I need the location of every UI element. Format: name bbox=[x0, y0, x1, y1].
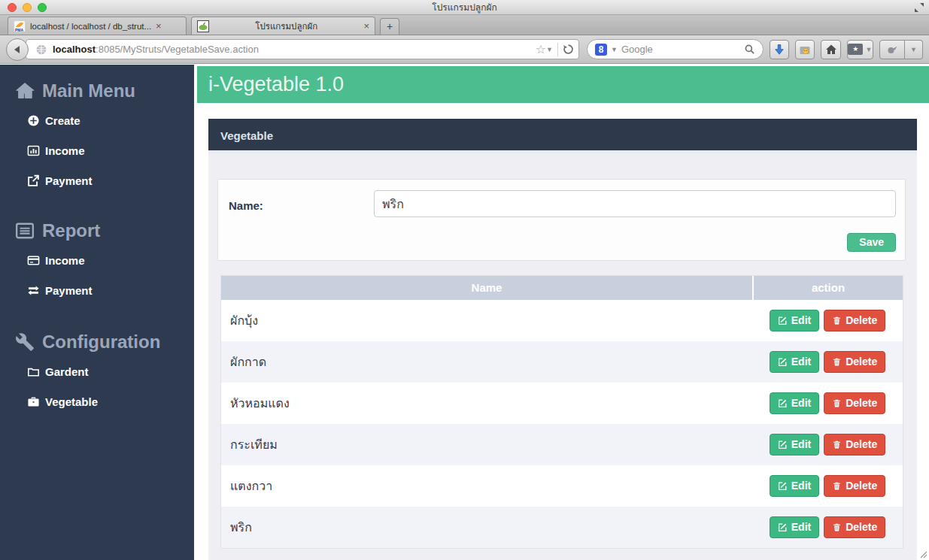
table-header-row: Name action bbox=[221, 276, 903, 300]
vegetable-panel: Vegetable Name: Save Name action ผักบุ้ง… bbox=[208, 119, 917, 560]
delete-button[interactable]: Delete bbox=[824, 392, 885, 414]
plugin-split-button: ▼ bbox=[879, 40, 923, 59]
plugin-button[interactable] bbox=[879, 40, 905, 59]
sidebar: Main Menu Create Income Payme bbox=[0, 65, 194, 560]
table-row: พริก Edit Delete bbox=[221, 507, 903, 548]
sidebar-item-label: Income bbox=[45, 144, 85, 157]
edit-button[interactable]: Edit bbox=[770, 310, 819, 331]
tab-close-icon[interactable]: × bbox=[156, 21, 162, 31]
tab-close-icon[interactable]: × bbox=[363, 21, 369, 31]
vegetable-name-cell: ผักกาด bbox=[221, 353, 752, 371]
delete-label: Delete bbox=[846, 438, 877, 450]
name-input[interactable] bbox=[374, 190, 896, 217]
sidebar-item-income[interactable]: Income bbox=[0, 135, 194, 165]
plus-circle-icon bbox=[27, 114, 40, 127]
url-path: :8085/MyStruts/VegetableSave.action bbox=[96, 44, 259, 55]
delete-button[interactable]: Delete bbox=[824, 351, 885, 373]
delete-label: Delete bbox=[846, 521, 877, 533]
sidebar-item-label: Income bbox=[45, 254, 85, 267]
row-actions: Edit Delete bbox=[752, 351, 903, 373]
back-button[interactable] bbox=[6, 38, 29, 61]
globe-icon bbox=[35, 44, 47, 56]
close-window-button[interactable] bbox=[8, 3, 17, 12]
table-row: หัวหอมแดง Edit Delete bbox=[221, 383, 903, 424]
window-title: โปรแกรมปลูกผัก bbox=[432, 2, 496, 13]
vegetable-name-cell: หัวหอมแดง bbox=[221, 394, 752, 413]
sidebar-item-report-income[interactable]: Income bbox=[0, 245, 194, 275]
zoom-window-button[interactable] bbox=[38, 3, 47, 12]
sidebar-item-report-payment[interactable]: Payment bbox=[0, 275, 194, 305]
sidebar-section-main-menu: Main Menu Create Income Payme bbox=[0, 77, 194, 195]
edit-button[interactable]: Edit bbox=[770, 475, 819, 497]
vegetable-name-cell: กระเทียม bbox=[221, 435, 752, 454]
sidebar-item-label: Payment bbox=[45, 174, 93, 187]
tab-phpmyadmin[interactable]: PMA localhost / localhost / db_strut... … bbox=[8, 17, 187, 35]
sidebar-header-main-menu: Main Menu bbox=[0, 77, 194, 105]
action-column-header: action bbox=[752, 276, 903, 300]
search-placeholder: Google bbox=[621, 44, 740, 55]
row-actions: Edit Delete bbox=[752, 434, 903, 456]
delete-button[interactable]: Delete bbox=[824, 310, 885, 331]
edit-button[interactable]: Edit bbox=[770, 392, 819, 414]
home-icon bbox=[825, 44, 837, 56]
delete-button[interactable]: Delete bbox=[824, 516, 885, 538]
sidebar-header-report: Report bbox=[0, 216, 194, 245]
sidebar-item-label: Payment bbox=[45, 284, 93, 297]
sidebar-item-label: Vegetable bbox=[45, 395, 98, 408]
trash-icon bbox=[832, 316, 842, 325]
home-button[interactable] bbox=[821, 40, 840, 59]
delete-button[interactable]: Delete bbox=[824, 434, 885, 456]
bookmark-star-icon[interactable]: ☆ bbox=[536, 42, 546, 56]
new-tab-button[interactable]: + bbox=[380, 18, 399, 35]
bookmarks-star-icon: ★ bbox=[848, 44, 863, 55]
edit-button[interactable]: Edit bbox=[770, 351, 819, 373]
sidebar-item-vegetable[interactable]: Vegetable bbox=[0, 386, 194, 416]
edit-pencil-icon bbox=[778, 522, 788, 532]
sidebar-item-gardent[interactable]: Gardent bbox=[0, 356, 194, 386]
bookmarks-menu-button[interactable]: ★ ▼ bbox=[847, 40, 873, 59]
search-icon[interactable] bbox=[744, 44, 755, 55]
edit-label: Edit bbox=[791, 480, 811, 492]
sidebar-header-label: Report bbox=[42, 220, 100, 241]
edit-label: Edit bbox=[791, 438, 811, 450]
edit-button[interactable]: Edit bbox=[770, 516, 819, 538]
url-dropdown-icon[interactable]: ▼ bbox=[546, 46, 553, 53]
trash-icon bbox=[832, 357, 842, 367]
tab-vegetable-app[interactable]: โปรแกรมปลูกผัก × bbox=[191, 17, 375, 35]
delete-button[interactable]: Delete bbox=[824, 475, 885, 497]
url-bar[interactable]: localhost:8085/MyStruts/VegetableSave.ac… bbox=[26, 39, 579, 59]
trash-icon bbox=[832, 522, 842, 532]
sidebar-header-label: Configuration bbox=[42, 331, 160, 353]
downloads-button[interactable] bbox=[770, 40, 789, 59]
reload-icon[interactable] bbox=[563, 44, 574, 55]
fullscreen-icon[interactable] bbox=[914, 2, 924, 13]
traffic-lights bbox=[8, 3, 47, 12]
sidebar-section-configuration: Configuration Gardent Vegetable bbox=[0, 328, 194, 416]
search-engine-dropdown-icon[interactable]: ▼ bbox=[611, 46, 618, 53]
edit-button[interactable]: Edit bbox=[770, 434, 819, 456]
home-icon bbox=[15, 81, 35, 101]
edit-label: Edit bbox=[791, 314, 811, 326]
download-arrow-icon bbox=[773, 44, 785, 56]
panel-title: Vegetable bbox=[208, 119, 917, 153]
sidebar-item-payment[interactable]: Payment bbox=[0, 165, 194, 195]
url-host: localhost bbox=[53, 44, 96, 55]
addon-button[interactable] bbox=[795, 40, 815, 59]
trash-icon bbox=[832, 481, 842, 491]
minimize-window-button[interactable] bbox=[23, 3, 32, 12]
vegetable-form: Name: Save bbox=[217, 179, 906, 261]
delete-label: Delete bbox=[846, 397, 877, 409]
credit-card-icon bbox=[27, 254, 40, 267]
delete-label: Delete bbox=[846, 480, 877, 492]
search-bar[interactable]: 8 ▼ Google bbox=[587, 39, 764, 59]
plugin-dropdown-button[interactable]: ▼ bbox=[905, 40, 923, 59]
phpmyadmin-favicon-icon: PMA bbox=[14, 20, 26, 32]
edit-label: Edit bbox=[791, 356, 811, 368]
resize-grip[interactable] bbox=[920, 551, 927, 558]
save-button[interactable]: Save bbox=[847, 233, 896, 252]
navigation-toolbar: localhost:8085/MyStruts/VegetableSave.ac… bbox=[0, 35, 929, 64]
edit-label: Edit bbox=[791, 521, 811, 533]
sidebar-item-create[interactable]: Create bbox=[0, 105, 194, 135]
app-header: i-Vegetable 1.0 bbox=[197, 66, 929, 103]
tab-bar: PMA localhost / localhost / db_strut... … bbox=[0, 15, 929, 35]
